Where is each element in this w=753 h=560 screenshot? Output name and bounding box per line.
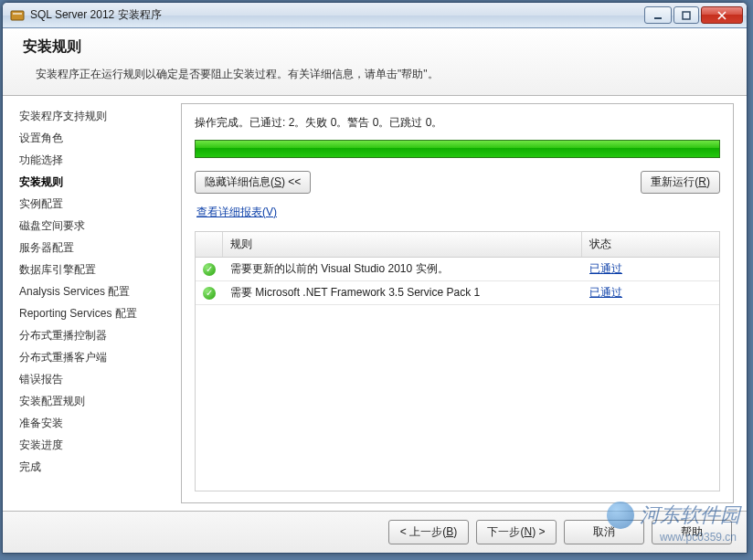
app-icon xyxy=(10,8,25,23)
back-button[interactable]: < 上一步(B) xyxy=(388,520,469,544)
rerun-button[interactable]: 重新运行(R) xyxy=(641,171,720,194)
rule-name: 需要 Microsoft .NET Framework 3.5 Service … xyxy=(223,281,582,304)
cancel-button[interactable]: 取消 xyxy=(564,520,644,544)
sidebar-step-1[interactable]: 设置角色 xyxy=(19,127,175,149)
sidebar-step-10[interactable]: 分布式重播控制器 xyxy=(19,324,175,346)
minimize-button[interactable] xyxy=(644,6,672,24)
column-status[interactable]: 状态 xyxy=(582,232,719,257)
help-button[interactable]: 帮助 xyxy=(652,520,732,544)
steps-sidebar: 安装程序支持规则设置角色功能选择安装规则实例配置磁盘空间要求服务器配置数据库引擎… xyxy=(3,96,181,511)
svg-rect-1 xyxy=(13,13,22,15)
sidebar-step-4[interactable]: 实例配置 xyxy=(19,193,175,215)
sidebar-step-6[interactable]: 服务器配置 xyxy=(19,237,175,259)
sidebar-step-2[interactable]: 功能选择 xyxy=(19,149,175,171)
sidebar-step-16[interactable]: 完成 xyxy=(19,456,175,478)
rule-status-link[interactable]: 已通过 xyxy=(589,286,622,299)
close-button[interactable] xyxy=(701,6,743,24)
sidebar-step-3[interactable]: 安装规则 xyxy=(19,171,175,193)
view-detailed-report-link[interactable]: 查看详细报表(V) xyxy=(196,205,720,220)
hide-details-button[interactable]: 隐藏详细信息(S) << xyxy=(195,171,311,194)
main-panel: 操作完成。已通过: 2。失败 0。警告 0。已跳过 0。 隐藏详细信息(S) <… xyxy=(181,103,734,503)
sidebar-step-13[interactable]: 安装配置规则 xyxy=(19,390,175,412)
status-ok-icon: ✓ xyxy=(196,263,223,276)
sidebar-step-9[interactable]: Reporting Services 配置 xyxy=(19,302,175,324)
titlebar[interactable]: SQL Server 2012 安装程序 xyxy=(3,3,747,28)
rule-status-link[interactable]: 已通过 xyxy=(589,262,622,275)
sidebar-step-15[interactable]: 安装进度 xyxy=(19,434,175,456)
rules-table-header: 规则 状态 xyxy=(196,231,719,258)
svg-rect-3 xyxy=(683,12,690,19)
sidebar-step-5[interactable]: 磁盘空间要求 xyxy=(19,215,175,237)
sidebar-step-12[interactable]: 错误报告 xyxy=(19,368,175,390)
sidebar-step-7[interactable]: 数据库引擎配置 xyxy=(19,259,175,280)
maximize-button[interactable] xyxy=(673,6,699,24)
wizard-footer: < 上一步(B) 下一步(N) > 取消 帮助 xyxy=(3,511,747,553)
installer-window: SQL Server 2012 安装程序 安装规则 安装程序正在运行规则以确定是… xyxy=(2,2,748,554)
svg-rect-0 xyxy=(11,11,24,20)
sidebar-step-14[interactable]: 准备安装 xyxy=(19,412,175,434)
page-header: 安装规则 安装程序正在运行规则以确定是否要阻止安装过程。有关详细信息，请单击"帮… xyxy=(3,28,747,96)
next-button[interactable]: 下一步(N) > xyxy=(476,520,557,544)
rule-row: ✓需要更新的以前的 Visual Studio 2010 实例。已通过 xyxy=(196,258,719,281)
rule-name: 需要更新的以前的 Visual Studio 2010 实例。 xyxy=(223,258,582,280)
page-title: 安装规则 xyxy=(23,37,726,57)
status-ok-icon: ✓ xyxy=(196,287,223,300)
sidebar-step-11[interactable]: 分布式重播客户端 xyxy=(19,346,175,368)
progress-bar xyxy=(195,140,720,158)
window-title: SQL Server 2012 安装程序 xyxy=(30,7,644,23)
column-rule[interactable]: 规则 xyxy=(223,232,582,257)
rules-table: 规则 状态 ✓需要更新的以前的 Visual Studio 2010 实例。已通… xyxy=(195,231,720,491)
sidebar-step-8[interactable]: Analysis Services 配置 xyxy=(19,280,175,302)
page-subtitle: 安装程序正在运行规则以确定是否要阻止安装过程。有关详细信息，请单击"帮助"。 xyxy=(23,66,726,82)
sidebar-step-0[interactable]: 安装程序支持规则 xyxy=(19,105,175,127)
svg-rect-2 xyxy=(654,17,662,19)
operation-status: 操作完成。已通过: 2。失败 0。警告 0。已跳过 0。 xyxy=(195,115,720,131)
rule-row: ✓需要 Microsoft .NET Framework 3.5 Service… xyxy=(196,281,719,305)
